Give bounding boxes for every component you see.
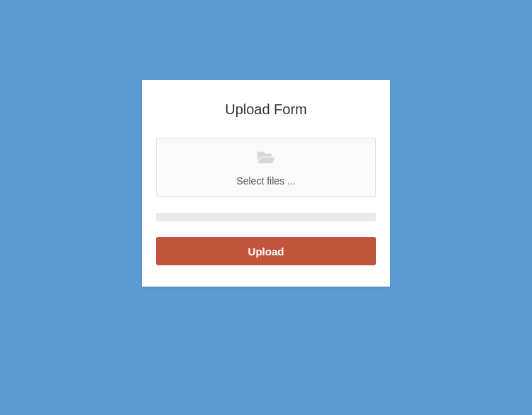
upload-button[interactable]: Upload xyxy=(156,237,376,265)
file-select-label: Select files ... xyxy=(164,175,368,187)
upload-form-card: Upload Form Select files ... Upload xyxy=(142,80,390,287)
file-select-area[interactable]: Select files ... xyxy=(156,138,376,197)
upload-progress-bar xyxy=(156,213,376,221)
folder-open-icon xyxy=(255,150,277,168)
page-title: Upload Form xyxy=(156,101,376,118)
